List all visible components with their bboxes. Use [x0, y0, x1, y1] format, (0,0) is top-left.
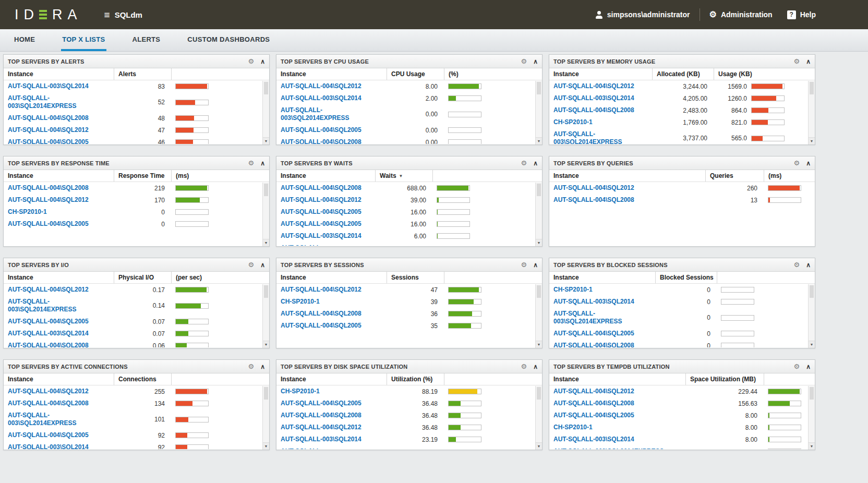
column-header-instance[interactable]: Instance	[549, 68, 652, 80]
instance-link[interactable]: AUT-SQLALL-004\SQL2005	[276, 400, 387, 407]
gear-icon[interactable]: ⚙	[248, 261, 255, 268]
column-header-value[interactable]: Alerts	[114, 68, 171, 80]
collapse-icon[interactable]: ∧	[533, 160, 538, 166]
column-header-value[interactable]: Response Time	[114, 170, 171, 182]
instance-link[interactable]: AUT-SQLALL-004\SQL2012	[4, 388, 114, 395]
collapse-icon[interactable]: ∧	[806, 160, 811, 166]
gear-icon[interactable]: ⚙	[248, 58, 255, 65]
instance-link[interactable]: AUT-SQLALL-004\SQL2008	[549, 196, 705, 204]
instance-link[interactable]: AUT-SQLALL-003\SQL2014EXPRESS	[276, 106, 387, 122]
instance-link[interactable]: AUT-SQLALL-003\SQL2014	[276, 232, 375, 240]
instance-link[interactable]: AUT-SQLALL-004\SQL2012	[549, 388, 685, 395]
instance-link[interactable]: CH-SP2010-1	[549, 424, 685, 431]
scrollbar-thumb[interactable]	[537, 285, 541, 298]
scrollbar[interactable]: ▼	[262, 183, 269, 246]
gear-icon[interactable]: ⚙	[794, 363, 800, 370]
collapse-icon[interactable]: ∧	[260, 262, 265, 268]
instance-link[interactable]: AUT-SQLALL-004\SQL2012	[4, 196, 114, 204]
instance-link[interactable]: AUT-SQLALL-004\SQL2008	[4, 184, 114, 192]
instance-link[interactable]: AUT-SQLALL-003\SQL2014EXPRESS	[549, 448, 685, 449]
tab-custom-dashboards[interactable]: CUSTOM DASHBOARDS	[186, 29, 271, 51]
scrollbar[interactable]: ▼	[262, 386, 269, 450]
column-header-value[interactable]: Blocked Sessions	[655, 272, 717, 283]
column-header-value[interactable]: Queries	[705, 170, 764, 182]
scrollbar-thumb[interactable]	[810, 285, 814, 298]
instance-link[interactable]: AUT-SQLALL-004\SQL2005	[276, 208, 375, 216]
scroll-down-arrow-icon[interactable]: ▼	[809, 137, 815, 144]
scrollbar-thumb[interactable]	[264, 184, 268, 196]
scrollbar-thumb[interactable]	[810, 82, 814, 94]
instance-link[interactable]: AUT-SQLALL-003\SQL2014EXPRESS	[4, 94, 114, 110]
instance-link[interactable]: AUT-SQLALL-004\SQL2008	[276, 184, 375, 192]
collapse-icon[interactable]: ∧	[806, 262, 811, 268]
scroll-down-arrow-icon[interactable]: ▼	[809, 341, 815, 348]
scrollbar[interactable]: ▼	[808, 284, 815, 348]
scroll-down-arrow-icon[interactable]: ▼	[263, 341, 269, 348]
scrollbar-thumb[interactable]	[537, 184, 541, 196]
instance-link[interactable]: AUT-SQLALL-004\SQL2012	[276, 196, 375, 204]
instance-link[interactable]: AUT-SQLALL-004\SQL2012	[276, 82, 387, 90]
instance-link[interactable]: AUT-SQLALL-004\SQL2008	[276, 138, 387, 144]
scrollbar[interactable]: ▼	[535, 81, 542, 144]
help-button[interactable]: ? Help	[787, 10, 816, 19]
instance-link[interactable]: AUT-SQLALL-003\SQL2014	[276, 94, 387, 102]
instance-link[interactable]: AUT-SQLALL-004\SQL2008	[4, 114, 114, 122]
column-header-value[interactable]: Waits▼	[375, 170, 432, 182]
scrollbar-thumb[interactable]	[264, 387, 268, 400]
collapse-icon[interactable]: ∧	[806, 58, 811, 65]
scroll-down-arrow-icon[interactable]: ▼	[536, 137, 542, 144]
instance-link[interactable]: AUT-SQLALL-004\SQL2012	[276, 424, 387, 431]
gear-icon[interactable]: ⚙	[521, 58, 527, 65]
scroll-down-arrow-icon[interactable]: ▼	[263, 239, 269, 246]
tab-alerts[interactable]: ALERTS	[131, 29, 162, 51]
scrollbar[interactable]: ▼	[535, 386, 542, 450]
collapse-icon[interactable]: ∧	[806, 364, 811, 370]
instance-link[interactable]: AUT-SQLALL-004\SQL2008	[4, 342, 114, 347]
column-header-instance[interactable]: Instance	[276, 170, 375, 182]
instance-link[interactable]: AUT-SQLALL-003\SQL2014EXPRESS	[549, 310, 655, 325]
column-header-value[interactable]: Utilization (%)	[387, 373, 444, 385]
column-header-instance[interactable]: Instance	[549, 170, 705, 182]
collapse-icon[interactable]: ∧	[260, 364, 265, 370]
gear-icon[interactable]: ⚙	[248, 160, 255, 166]
column-header-value[interactable]: CPU Usage	[387, 68, 444, 80]
instance-link[interactable]: AUT-SQLALL-004\SQL2012	[549, 82, 652, 90]
instance-link[interactable]: AUT-SQLALL-004\SQL2008	[549, 106, 652, 114]
sqldm-menu[interactable]: ≡ SQLdm	[104, 10, 142, 20]
instance-link[interactable]: CH-SP2010-1	[276, 388, 387, 395]
instance-link[interactable]: AUT-SQLALL-003\SQL2014EXPRESS	[4, 412, 114, 427]
scrollbar-thumb[interactable]	[537, 387, 541, 400]
column-header-value[interactable]: Allocated (KB)	[652, 68, 714, 80]
collapse-icon[interactable]: ∧	[533, 262, 538, 268]
gear-icon[interactable]: ⚙	[794, 58, 800, 65]
tab-top-x-lists[interactable]: TOP X LISTS	[61, 29, 106, 51]
instance-link[interactable]: AUT-SQLALL-004\SQL2005	[4, 138, 114, 144]
column-header-value[interactable]: Space Utilization (MB)	[685, 373, 764, 385]
instance-link[interactable]: AUT-SQLALL-004\SQL2005	[276, 220, 375, 228]
column-header-instance[interactable]: Instance	[4, 68, 114, 80]
instance-link[interactable]: AUT-SQLALL-004\SQL2012	[4, 126, 114, 134]
scrollbar[interactable]: ▼	[535, 284, 542, 348]
instance-link[interactable]: AUT-SQLALL-003\SQL2014	[4, 82, 114, 90]
instance-link[interactable]: AUT-SQLALL-003\SQL2014EXPRESS	[549, 130, 652, 144]
instance-link[interactable]: CH-SP2010-1	[4, 208, 114, 216]
instance-link[interactable]: AUT-SQLALL-004\SQL2005	[4, 318, 114, 325]
instance-link[interactable]: AUT-SQLALL-004\SQL2012	[549, 184, 705, 192]
gear-icon[interactable]: ⚙	[794, 160, 800, 166]
instance-link[interactable]: AUT-SQLALL-004\SQL2008	[549, 342, 655, 347]
instance-link[interactable]: AUT-SQLALL-004\SQL2008	[276, 412, 387, 419]
gear-icon[interactable]: ⚙	[248, 363, 255, 370]
scroll-down-arrow-icon[interactable]: ▼	[263, 442, 269, 450]
scroll-down-arrow-icon[interactable]: ▼	[263, 137, 269, 144]
column-header-instance[interactable]: Instance	[276, 373, 387, 385]
instance-link[interactable]: AUT-SQLALL-004\SQL2008	[276, 310, 387, 318]
scroll-down-arrow-icon[interactable]: ▼	[536, 442, 542, 450]
instance-link[interactable]: AUT-SQLALL-003\SQL2014	[549, 298, 655, 306]
instance-link[interactable]: AUT-SQLALL-004\SQL2008	[549, 400, 685, 407]
scrollbar-thumb[interactable]	[264, 82, 268, 94]
instance-link[interactable]: AUT-SQLALL-003\SQL2014EXPRESS	[276, 244, 375, 246]
instance-link[interactable]: AUT-SQLALL-003\SQL2014EXPRESS	[4, 298, 114, 313]
column-header-value[interactable]: Connections	[114, 373, 171, 385]
collapse-icon[interactable]: ∧	[260, 58, 265, 65]
instance-link[interactable]: AUT-SQLALL-004\SQL2005	[4, 220, 114, 228]
